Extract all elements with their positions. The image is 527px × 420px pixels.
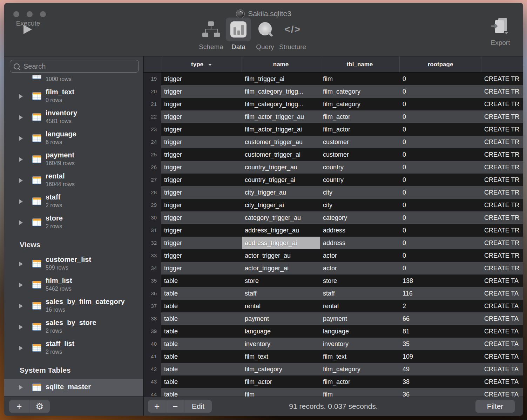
cell-rootpage[interactable]: 138 [400,275,481,287]
table-row[interactable]: 27 trigger country_trigger_ai country 0 … [144,174,523,186]
row-number[interactable]: 25 [144,148,161,161]
cell-tbl-name[interactable]: address [320,224,400,237]
disclosure-triangle-icon[interactable] [19,385,23,390]
cell-rootpage[interactable]: 0 [400,136,481,148]
column-header-sql[interactable]: sql [481,56,523,72]
cell-rootpage[interactable]: 0 [400,186,481,199]
edit-button[interactable]: Edit [184,400,212,413]
tab-data[interactable]: Data [226,18,251,51]
cell-type[interactable]: trigger [161,123,242,136]
sidebar-item[interactable]: film_list 5462 rows [4,275,143,296]
cell-rootpage[interactable]: 0 [400,85,481,98]
table-row[interactable]: 22 trigger film_actor_trigger_au film_ac… [144,110,523,123]
row-number[interactable]: 23 [144,123,161,136]
cell-sql[interactable]: CREATE TR [481,224,523,237]
cell-name[interactable]: film_actor_trigger_au [242,110,320,123]
cell-name[interactable]: film_category_trigg... [242,98,320,110]
cell-sql[interactable]: CREATE TA [481,375,523,388]
cell-tbl-name[interactable]: film_text [320,350,400,363]
cell-name[interactable]: film_actor [242,375,320,388]
row-number[interactable]: 29 [144,199,161,211]
table-row[interactable]: 20 trigger film_category_trigg... film_c… [144,85,523,98]
cell-tbl-name[interactable]: city [320,186,400,199]
row-number[interactable]: 28 [144,186,161,199]
row-number[interactable]: 36 [144,287,161,300]
cell-name[interactable]: address_trigger_au [242,224,320,237]
cell-tbl-name[interactable]: staff [320,287,400,300]
table-row[interactable]: 35 table store store 138 CREATE TA [144,275,523,287]
table-row[interactable]: 41 table film_text film_text 109 CREATE … [144,350,523,363]
table-row[interactable]: 40 table inventory inventory 35 CREATE T… [144,338,523,350]
row-number[interactable]: 41 [144,350,161,363]
search-field[interactable] [10,60,139,73]
cell-type[interactable]: trigger [161,161,242,174]
table-row[interactable]: 36 table staff staff 116 CREATE TA [144,287,523,300]
cell-rootpage[interactable]: 109 [400,350,481,363]
table-row[interactable]: 42 table film_category film_category 49 … [144,363,523,375]
cell-type[interactable]: trigger [161,186,242,199]
sidebar-item[interactable]: film_text 0 rows [4,86,143,107]
cell-name[interactable]: city_trigger_ai [242,199,320,211]
cell-name[interactable]: store [242,275,320,287]
cell-rootpage[interactable]: 35 [400,338,481,350]
disclosure-triangle-icon[interactable] [19,283,23,287]
cell-name[interactable]: film_category [242,363,320,375]
add-table-button[interactable]: + [9,400,29,413]
table-row[interactable]: 24 trigger customer_trigger_au customer … [144,136,523,148]
table-row[interactable]: 21 trigger film_category_trigg... film_c… [144,98,523,110]
row-number[interactable]: 26 [144,161,161,174]
cell-rootpage[interactable]: 0 [400,211,481,224]
cell-tbl-name[interactable]: customer [320,136,400,148]
sidebar-item[interactable]: staff_list 2 rows [4,338,143,359]
cell-tbl-name[interactable]: payment [320,312,400,325]
table-row[interactable]: 26 trigger country_trigger_au country 0 … [144,161,523,174]
row-number[interactable]: 24 [144,136,161,148]
row-number[interactable]: 37 [144,300,161,312]
cell-tbl-name[interactable]: category [320,211,400,224]
cell-name[interactable]: payment [242,312,320,325]
cell-type[interactable]: table [161,287,242,300]
cell-sql[interactable]: CREATE TR [481,73,523,85]
cell-tbl-name[interactable]: actor [320,249,400,262]
cell-name[interactable]: address_trigger_ai [242,237,320,249]
cell-name[interactable]: rental [242,300,320,312]
cell-sql[interactable]: CREATE TA [481,350,523,363]
disclosure-triangle-icon[interactable] [19,199,23,204]
disclosure-triangle-icon[interactable] [19,157,23,162]
cell-tbl-name[interactable]: film_category [320,363,400,375]
table-row[interactable]: 28 trigger city_trigger_au city 0 CREATE… [144,186,523,199]
table-row[interactable]: 33 trigger actor_trigger_au actor 0 CREA… [144,249,523,262]
row-number[interactable]: 33 [144,249,161,262]
row-number[interactable]: 21 [144,98,161,110]
tab-schema[interactable]: Schema [198,18,224,51]
cell-tbl-name[interactable]: film_category [320,85,400,98]
cell-rootpage[interactable]: 66 [400,312,481,325]
cell-name[interactable]: category_trigger_au [242,211,320,224]
search-input[interactable] [23,62,135,71]
table-row[interactable]: 23 trigger film_actor_trigger_ai film_ac… [144,123,523,136]
cell-sql[interactable]: CREATE TR [481,161,523,174]
cell-tbl-name[interactable]: customer [320,148,400,161]
cell-sql[interactable]: CREATE TA [481,388,523,397]
sidebar-item[interactable]: store 2 rows [4,212,143,233]
cell-sql[interactable]: CREATE TA [481,287,523,300]
disclosure-triangle-icon[interactable] [19,94,23,99]
filter-button[interactable]: Filter [475,400,515,413]
cell-tbl-name[interactable]: actor [320,262,400,275]
cell-tbl-name[interactable]: inventory [320,338,400,350]
row-number[interactable]: 30 [144,211,161,224]
add-record-button[interactable]: + [148,400,166,413]
cell-type[interactable]: trigger [161,224,242,237]
row-number[interactable]: 39 [144,325,161,338]
cell-sql[interactable]: CREATE TR [481,174,523,186]
cell-tbl-name[interactable]: film_actor [320,375,400,388]
cell-name[interactable]: customer_trigger_au [242,136,320,148]
cell-tbl-name[interactable]: rental [320,300,400,312]
cell-rootpage[interactable]: 0 [400,73,481,85]
cell-tbl-name[interactable]: film_actor [320,123,400,136]
cell-name[interactable]: actor_trigger_ai [242,262,320,275]
cell-type[interactable]: table [161,312,242,325]
cell-rootpage[interactable]: 0 [400,148,481,161]
row-number[interactable]: 44 [144,388,161,397]
row-number[interactable]: 34 [144,262,161,275]
